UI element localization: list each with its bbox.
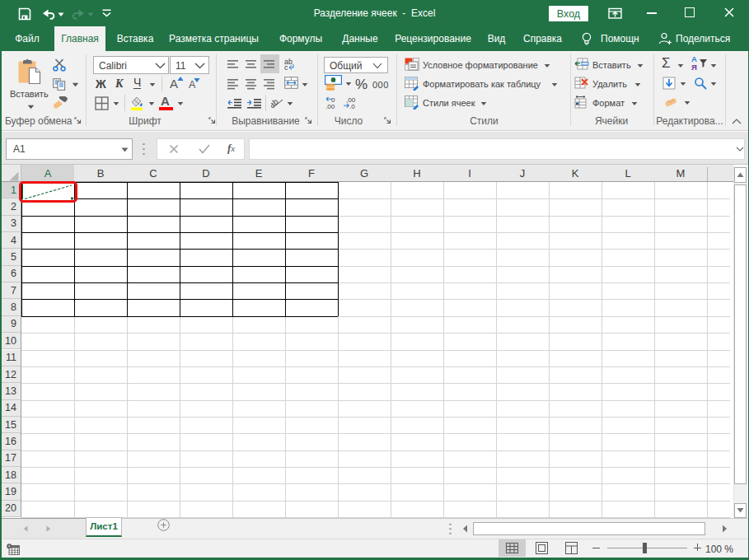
- svg-text:,00: ,00: [325, 103, 335, 110]
- svg-text:c: c: [284, 63, 288, 71]
- svg-text:,0: ,0: [349, 103, 355, 110]
